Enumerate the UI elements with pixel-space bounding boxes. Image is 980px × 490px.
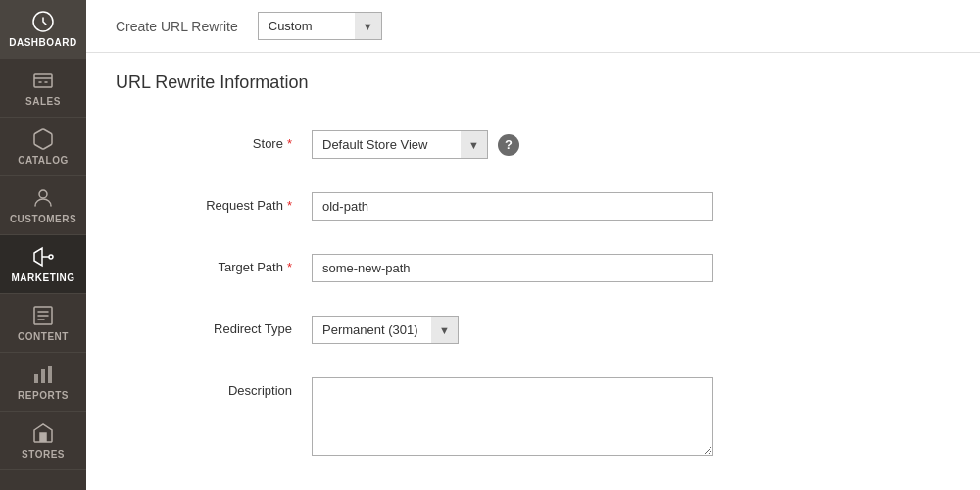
sidebar-item-content[interactable]: CONTENT [0,294,86,353]
target-path-label: Target Path* [116,254,312,274]
sidebar-item-customers[interactable]: CUSTOMERS [0,176,86,235]
redirect-type-select[interactable]: No Temporary (302) Permanent (301) [312,316,459,344]
store-label: Store* [116,130,312,151]
sidebar-item-label: CONTENT [18,331,69,342]
description-label: Description [116,377,312,398]
create-type-select-wrapper: Custom For product For category For CMS … [258,12,382,40]
request-path-control-area [312,192,951,220]
customers-icon [31,186,55,210]
sidebar-item-sales[interactable]: SALES [0,59,86,118]
store-control-area: Default Store View ▼ ? [312,130,951,159]
redirect-type-select-wrapper: No Temporary (302) Permanent (301) ▼ [312,316,459,344]
sidebar-item-label: MARKETING [11,272,74,283]
content-icon [31,304,55,327]
sidebar-item-reports[interactable]: REPORTS [0,353,86,412]
header-bar: Create URL Rewrite Custom For product Fo… [86,0,980,53]
svg-rect-7 [41,369,45,383]
sidebar-item-label: SALES [25,96,61,107]
sidebar-item-stores[interactable]: STORES [0,412,86,470]
catalog-icon [31,127,55,151]
sidebar-item-label: STORES [22,449,65,460]
required-star: * [287,198,292,213]
sidebar-item-dashboard[interactable]: DASHBOARD [0,0,86,59]
sidebar-item-marketing[interactable]: MARKETING [0,235,86,294]
form-section: URL Rewrite Information Store* Default S… [86,53,980,490]
main-content: Create URL Rewrite Custom For product Fo… [86,0,980,490]
create-url-rewrite-label: Create URL Rewrite [116,19,238,34]
sidebar: DASHBOARD SALES CATALOG CUSTOMERS MARKET… [0,0,86,490]
reports-icon [31,363,55,386]
create-type-select[interactable]: Custom For product For category For CMS … [258,12,382,40]
target-path-row: Target Path* [116,246,951,290]
stores-icon [31,421,55,445]
sidebar-item-catalog[interactable]: CATALOG [0,118,86,176]
request-path-row: Request Path* [116,184,951,228]
description-textarea[interactable] [312,377,713,456]
sidebar-item-label: DASHBOARD [9,37,77,48]
target-path-input[interactable] [312,254,713,282]
dashboard-icon [31,10,55,33]
svg-rect-8 [48,366,52,383]
description-control-area [312,377,951,456]
sidebar-item-label: CUSTOMERS [10,214,76,224]
svg-rect-1 [34,74,52,87]
store-row: Store* Default Store View ▼ ? [116,122,951,167]
section-title: URL Rewrite Information [116,73,951,103]
svg-marker-3 [34,248,42,266]
required-star: * [287,136,292,151]
request-path-label: Request Path* [116,192,312,213]
request-path-input[interactable] [312,192,713,220]
store-select-wrapper: Default Store View ▼ [312,130,488,159]
redirect-type-row: Redirect Type No Temporary (302) Permane… [116,308,951,352]
help-icon[interactable]: ? [498,134,519,156]
sidebar-item-label: CATALOG [18,155,68,166]
sidebar-item-label: REPORTS [18,390,69,401]
redirect-type-label: Redirect Type [116,316,312,336]
svg-point-4 [49,255,53,259]
required-star: * [287,260,292,274]
svg-rect-6 [34,374,38,383]
svg-point-2 [39,190,47,198]
target-path-control-area [312,254,951,282]
marketing-icon [31,245,55,269]
store-select[interactable]: Default Store View [312,130,488,159]
sales-icon [31,69,55,92]
redirect-type-control-area: No Temporary (302) Permanent (301) ▼ [312,316,951,344]
description-row: Description [116,369,951,464]
